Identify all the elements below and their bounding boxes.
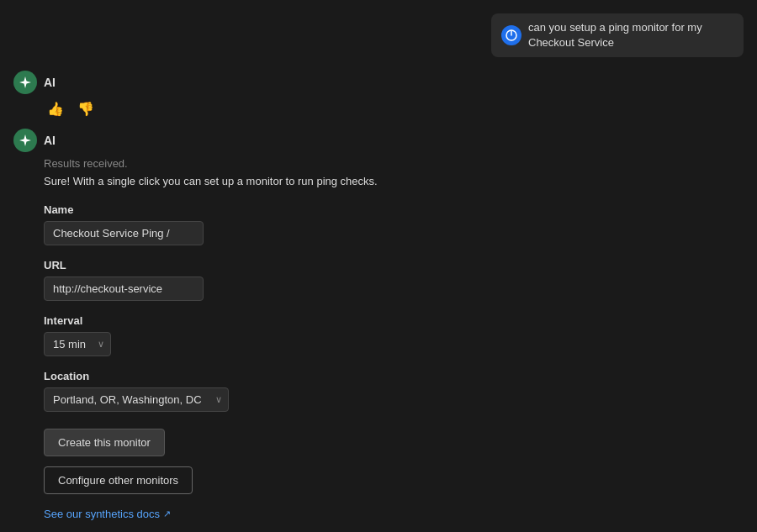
- ai-label-second: AI: [44, 134, 56, 147]
- user-bubble: can you setup a ping monitor for my Chec…: [491, 13, 744, 57]
- url-section: URL: [44, 259, 744, 301]
- chat-container: can you setup a ping monitor for my Chec…: [0, 0, 757, 532]
- ai-second-content: Results received. Sure! With a single cl…: [13, 157, 744, 520]
- thumbs-down-button[interactable]: 👎: [74, 99, 98, 119]
- user-message-text: can you setup a ping monitor for my Chec…: [528, 20, 733, 50]
- interval-select[interactable]: 1 min 5 min 10 min 15 min 30 min 1 hour: [44, 332, 111, 356]
- ai-first-message: AI 👍 👎: [13, 71, 744, 119]
- sure-text: Sure! With a single click you can set up…: [44, 173, 744, 190]
- user-avatar-icon: [501, 25, 521, 45]
- results-text: Results received.: [44, 157, 744, 170]
- docs-link[interactable]: See our synthetics docs ↗: [44, 508, 744, 520]
- ai-label-first: AI: [44, 76, 56, 89]
- docs-link-text: See our synthetics docs: [44, 508, 160, 520]
- power-icon: [505, 29, 518, 42]
- feedback-row: 👍 👎: [13, 99, 744, 119]
- interval-section: Interval 1 min 5 min 10 min 15 min 30 mi…: [44, 314, 744, 356]
- thumbs-up-button[interactable]: 👍: [44, 99, 67, 119]
- ai-avatar-second-icon: [13, 129, 37, 152]
- configure-monitors-label: Configure other monitors: [58, 474, 178, 487]
- create-monitor-button[interactable]: Create this monitor: [44, 429, 165, 456]
- location-label: Location: [44, 370, 744, 382]
- thumbs-down-icon: 👎: [77, 102, 94, 116]
- create-monitor-label: Create this monitor: [58, 436, 151, 449]
- interval-label: Interval: [44, 314, 744, 327]
- action-buttons: Create this monitor Configure other moni…: [44, 429, 744, 501]
- url-input[interactable]: [44, 277, 204, 301]
- thumbs-up-icon: 👍: [47, 102, 64, 116]
- name-label: Name: [44, 203, 744, 216]
- ai-first-header: AI: [13, 71, 744, 94]
- sparkle-icon-2: [18, 133, 33, 148]
- configure-monitors-button[interactable]: Configure other monitors: [44, 466, 193, 494]
- external-link-icon: ↗: [163, 508, 171, 519]
- ai-second-message: AI Results received. Sure! With a single…: [13, 129, 744, 520]
- interval-select-wrapper: 1 min 5 min 10 min 15 min 30 min 1 hour: [44, 332, 111, 356]
- sparkle-icon: [18, 75, 33, 90]
- ai-second-header: AI: [13, 129, 744, 152]
- ai-avatar-icon: [13, 71, 37, 94]
- name-section: Name: [44, 203, 744, 245]
- location-select[interactable]: Portland, OR, Washington, DC New York, N…: [44, 387, 229, 412]
- url-label: URL: [44, 259, 744, 271]
- location-select-wrapper: Portland, OR, Washington, DC New York, N…: [44, 387, 229, 412]
- location-section: Location Portland, OR, Washington, DC Ne…: [44, 370, 744, 412]
- user-message-row: can you setup a ping monitor for my Chec…: [13, 13, 744, 57]
- name-input[interactable]: [44, 221, 204, 245]
